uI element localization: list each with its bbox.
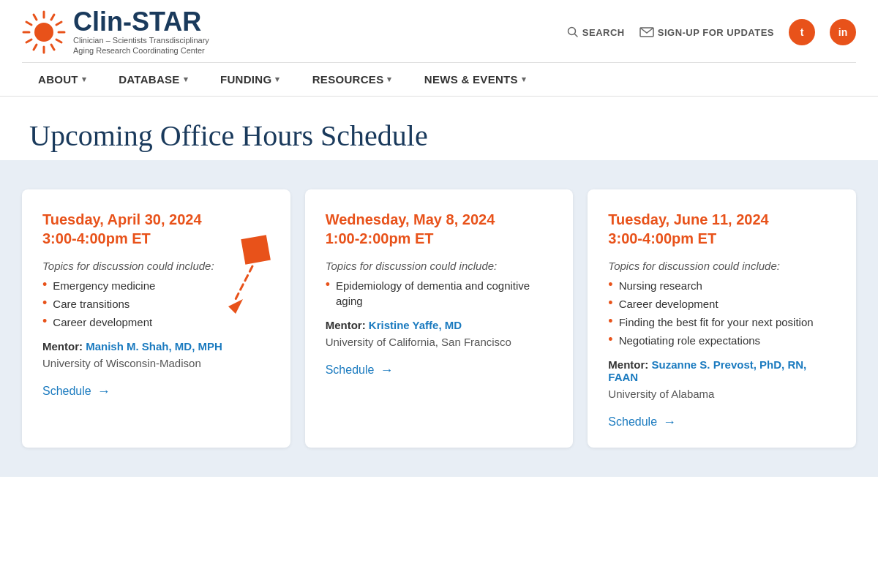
list-item: Epidemiology of dementia and cognitive a… [326,278,553,309]
page-title-area: Upcoming Office Hours Schedule [0,97,878,160]
nav-database[interactable]: DATABASE ▾ [102,63,204,96]
logo-area: Clin-STAR Clinician – Scientists Transdi… [22,9,209,56]
chevron-down-icon: ▾ [275,75,279,84]
chevron-down-icon: ▾ [82,75,86,84]
card-1-university: University of Wisconsin-Madison [42,355,270,371]
list-item: Career development [42,314,270,330]
svg-line-14 [574,34,577,37]
page-title: Upcoming Office Hours Schedule [29,118,849,153]
svg-line-11 [34,15,37,20]
search-link[interactable]: SEARCH [567,26,625,38]
logo-subtitle: Clinician – Scientists Transdisciplinary… [73,35,209,56]
svg-point-12 [34,23,53,42]
svg-line-2 [56,22,61,25]
card-3-topics-intro: Topics for discussion could include: [608,260,836,272]
office-hours-card-3: Tuesday, June 11, 2024 3:00-4:00pm ET To… [588,189,856,448]
twitter-icon[interactable]: t [789,19,815,45]
main-nav: ABOUT ▾ DATABASE ▾ FUNDING ▾ RESOURCES ▾… [22,62,856,96]
list-item: Emergency medicine [42,278,270,293]
card-3-topics-list: Nursing research Career development Find… [608,278,836,348]
search-icon [567,26,579,38]
chevron-down-icon: ▾ [522,75,526,84]
card-1-schedule-link[interactable]: Schedule → [42,384,270,399]
card-2-topics-intro: Topics for discussion could include: [326,260,553,272]
arrow-right-icon: → [663,415,676,430]
card-2-schedule-link[interactable]: Schedule → [326,363,553,378]
list-item: Finding the best fit for your next posit… [608,314,836,330]
svg-line-4 [56,39,61,42]
svg-line-8 [26,39,31,42]
list-item: Nursing research [608,278,836,293]
card-3-university: University of Alabama [608,386,836,402]
chevron-down-icon: ▾ [184,75,188,84]
arrow-right-icon: → [380,363,393,378]
card-2-mentor-name: Kristine Yaffe, MD [369,319,462,331]
card-1-topics-list: Emergency medicine Care transitions Care… [42,278,270,330]
svg-line-5 [51,45,54,50]
card-3-mentor: Mentor: Suzanne S. Prevost, PhD, RN, FAA… [608,358,836,383]
cards-container: Tuesday, April 30, 2024 3:00-4:00pm ET T… [22,189,856,448]
card-2-university: University of California, San Francisco [326,334,553,350]
card-2-mentor: Mentor: Kristine Yaffe, MD [326,319,553,331]
svg-line-7 [34,45,37,50]
header-actions: SEARCH SIGN-UP FOR UPDATES t in [567,19,856,45]
list-item: Negotiating role expectations [608,333,836,348]
svg-line-1 [51,15,54,20]
nav-funding[interactable]: FUNDING ▾ [204,63,296,96]
card-1-topics-intro: Topics for discussion could include: [42,260,270,272]
signup-link[interactable]: SIGN-UP FOR UPDATES [639,27,774,38]
site-header: Clin-STAR Clinician – Scientists Transdi… [0,0,878,97]
email-icon [639,27,654,37]
svg-line-10 [26,22,31,25]
card-2-date: Wednesday, May 8, 2024 1:00-2:00pm ET [326,210,553,248]
card-3-schedule-link[interactable]: Schedule → [608,415,836,430]
office-hours-card-2: Wednesday, May 8, 2024 1:00-2:00pm ET To… [305,189,574,448]
linkedin-icon[interactable]: in [830,19,856,45]
logo-text: Clin-STAR Clinician – Scientists Transdi… [73,9,209,56]
nav-resources[interactable]: RESOURCES ▾ [296,63,408,96]
card-1-date: Tuesday, April 30, 2024 3:00-4:00pm ET [42,210,270,248]
cards-section: Tuesday, April 30, 2024 3:00-4:00pm ET T… [0,160,878,477]
logo-sun-icon [22,10,66,54]
card-2-topics-list: Epidemiology of dementia and cognitive a… [326,278,553,309]
list-item: Care transitions [42,296,270,312]
chevron-down-icon: ▾ [387,75,391,84]
card-3-date: Tuesday, June 11, 2024 3:00-4:00pm ET [608,210,836,248]
card-1-mentor-name: Manish M. Shah, MD, MPH [86,340,222,353]
arrow-right-icon: → [97,384,110,399]
office-hours-card-1: Tuesday, April 30, 2024 3:00-4:00pm ET T… [22,189,290,448]
nav-about[interactable]: ABOUT ▾ [22,63,102,96]
nav-news-events[interactable]: NEWS & EVENTS ▾ [408,63,542,96]
card-1-mentor: Mentor: Manish M. Shah, MD, MPH [42,340,270,353]
logo-title: Clin-STAR [73,9,209,35]
list-item: Career development [608,296,836,312]
